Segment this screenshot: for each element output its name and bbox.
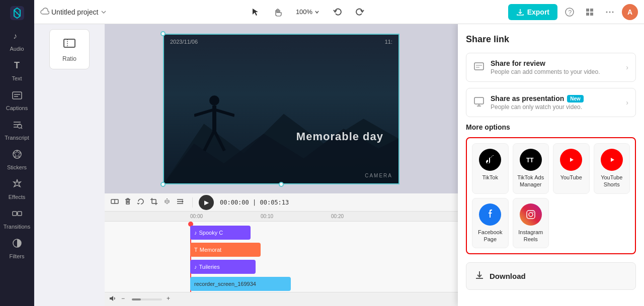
more-btn[interactable] (602, 4, 618, 20)
sidebar-item-transitions[interactable]: Transitions (0, 204, 34, 234)
sidebar-item-captions[interactable]: Captions (0, 85, 34, 115)
sidebar-item-text[interactable]: T Text (0, 56, 34, 85)
sidebar-item-stickers[interactable]: Stickers (0, 145, 34, 174)
share-review-texts: Share for review People can add comments… (491, 59, 620, 75)
timeline-area: 00:00 00:10 00:20 00:40 ♪ Spooky C (105, 212, 458, 292)
tiktok-logo (479, 149, 501, 171)
canvas-handle-tl[interactable] (160, 31, 166, 36)
track-spooky[interactable]: ♪ Spooky C (190, 226, 251, 240)
svg-line-36 (204, 131, 214, 151)
share-presentation-icon (473, 96, 485, 110)
sidebar-item-effects[interactable]: Effects (0, 174, 34, 204)
cloud-icon (40, 8, 49, 17)
svg-line-37 (214, 131, 224, 151)
sidebar-item-label: Filters (10, 253, 25, 259)
app-logo[interactable] (8, 4, 26, 22)
svg-rect-28 (64, 39, 75, 47)
sidebar-item-label: Captions (6, 105, 28, 111)
ruler-mark-0: 00:00 (190, 214, 203, 219)
track-tuil-label: Tuileries (199, 264, 220, 270)
facebook-logo (479, 203, 501, 226)
youtube-name: YouTube (560, 174, 582, 181)
download-btn[interactable]: Download (466, 262, 636, 290)
share-review-chevron: › (626, 63, 628, 71)
sidebar-item-audio[interactable]: ♪ Audio (0, 26, 34, 56)
mirror-tool[interactable] (163, 197, 171, 208)
platform-tiktok[interactable]: TikTok (472, 143, 509, 194)
timeline-ruler: 00:00 00:10 00:20 00:40 (105, 212, 458, 222)
svg-point-13 (13, 150, 21, 158)
platform-yt-shorts[interactable]: YouTube Shorts (594, 143, 630, 194)
track-spooky-icon: ♪ (194, 230, 197, 236)
track-spooky-label: Spooky C (199, 230, 223, 236)
video-canvas[interactable]: 2023/11/06 11: Memorable day CAMERA (163, 34, 399, 184)
hand-tool-btn[interactable] (270, 4, 286, 20)
sidebar-item-label: Effects (9, 194, 25, 200)
share-panel-title: Share link (466, 34, 636, 45)
platform-facebook[interactable]: Facebook Page (472, 198, 509, 249)
pointer-tool-btn[interactable] (248, 4, 264, 20)
export-icon (516, 8, 524, 16)
text-icon: T (12, 60, 23, 73)
canvas-area: 2023/11/06 11: Memorable day CAMERA (105, 24, 458, 193)
zoom-in-icon[interactable]: + (166, 295, 173, 304)
share-presentation-btn[interactable]: Share as presentation New People can onl… (466, 88, 636, 117)
svg-line-12 (21, 128, 22, 129)
platform-tiktok-ads[interactable]: TT TikTok Ads Manager (513, 143, 549, 194)
tiktok-ads-name: TikTok Ads Manager (515, 174, 547, 188)
svg-text:?: ? (569, 9, 572, 16)
canvas-handle-bl[interactable] (160, 182, 166, 187)
track-tuil[interactable]: ♪ Tuileries (190, 260, 256, 274)
track-memora[interactable]: T Memorat (190, 243, 261, 257)
svg-rect-64 (527, 211, 535, 219)
svg-rect-22 (590, 9, 593, 12)
sidebar-item-label: Transcript (5, 135, 29, 141)
timeline-tracks: ♪ Spooky C T Memorat ♪ Tuileries recor (105, 222, 458, 292)
help-btn[interactable]: ? (561, 4, 578, 20)
sidebar: ♪ Audio T Text Captions Transcript Stick… (0, 0, 34, 306)
effects-icon (12, 178, 23, 192)
volume-icon[interactable] (109, 294, 117, 304)
video-timestamp-tl: 2023/11/06 (170, 39, 198, 45)
more-options-grid: TikTok TT TikTok Ads Manager YouTube (466, 137, 636, 254)
track-screen-label: recorder_screen_169934 (194, 281, 256, 287)
delete-tool[interactable] (124, 197, 132, 208)
transcript-icon (12, 119, 23, 133)
split-tool[interactable] (111, 197, 119, 208)
zoom-out-icon[interactable]: − (121, 295, 128, 304)
redo-btn[interactable] (352, 4, 368, 20)
svg-text:T: T (14, 60, 20, 70)
dashboard-btn[interactable] (582, 4, 598, 20)
zoom-control[interactable]: 100% (292, 6, 324, 18)
export-button[interactable]: Export (508, 4, 557, 20)
svg-marker-62 (570, 158, 574, 162)
total-time: 00:05:13 (260, 199, 289, 206)
instagram-logo (520, 203, 542, 226)
svg-rect-24 (590, 13, 593, 16)
svg-text:+: + (167, 295, 170, 302)
svg-rect-5 (13, 92, 22, 99)
share-review-btn[interactable]: Share for review People can add comments… (466, 53, 636, 82)
ratio-btn[interactable]: Ratio (49, 29, 90, 69)
loop-tool[interactable] (137, 197, 145, 208)
video-timestamp-tr: 11: (385, 39, 392, 45)
sidebar-item-transcript[interactable]: Transcript (0, 115, 34, 145)
svg-line-35 (214, 110, 234, 116)
more-tl-tool[interactable] (176, 197, 184, 208)
platform-youtube[interactable]: YouTube (553, 143, 590, 194)
sidebar-item-filters[interactable]: Filters (0, 234, 34, 263)
user-avatar[interactable]: A (622, 4, 638, 20)
svg-text:♪: ♪ (13, 32, 17, 40)
platform-instagram[interactable]: Instagram Reels (513, 198, 549, 249)
play-button[interactable]: ▶ (199, 195, 214, 210)
sidebar-item-label: Stickers (7, 164, 27, 170)
facebook-name: Facebook Page (474, 229, 506, 243)
undo-btn[interactable] (330, 4, 346, 20)
canvas-handle-bc[interactable] (279, 182, 284, 187)
svg-point-27 (612, 11, 614, 13)
track-screen[interactable]: recorder_screen_169934 (190, 277, 291, 291)
crop-tool[interactable] (150, 197, 158, 208)
project-name-area[interactable]: Untitled project (40, 8, 107, 17)
svg-line-34 (194, 110, 214, 116)
sidebar-item-label: Text (12, 75, 22, 81)
